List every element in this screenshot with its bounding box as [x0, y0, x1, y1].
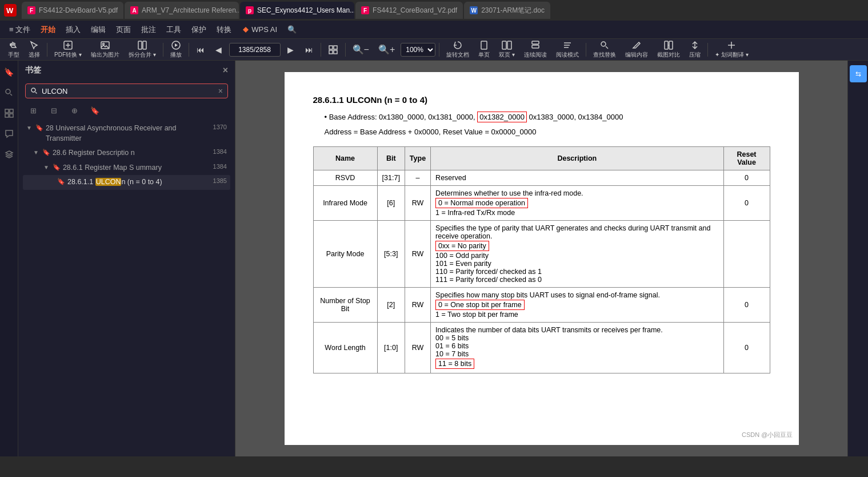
tree-item-1[interactable]: ▼ 🔖 28 Universal Asynchronous Receiver a… — [23, 121, 230, 146]
svg-rect-10 — [329, 50, 333, 54]
menu-file[interactable]: ≡ 文件 — [5, 23, 35, 36]
tree-label-3: 28.6.1 Register Map S ummary — [63, 163, 206, 173]
cell-type-2: RW — [405, 221, 430, 288]
divider1 — [47, 43, 47, 57]
menu-convert[interactable]: 转换 — [212, 23, 236, 36]
right-panel-btn[interactable]: ⇆ — [850, 65, 867, 82]
read-mode-btn[interactable]: 阅读模式 — [553, 39, 582, 60]
svg-rect-21 — [5, 109, 9, 113]
svg-text:W: W — [6, 6, 14, 15]
translate-btn[interactable]: ✦ 划词翻译 ▾ — [711, 39, 752, 60]
last-page-btn[interactable]: ⏭ — [301, 44, 317, 55]
tree-item-2[interactable]: ▼ 🔖 28.6 Register Descriptio n 1384 — [23, 146, 230, 161]
menu-page[interactable]: 页面 — [111, 23, 135, 36]
menu-search[interactable]: 🔍 — [283, 24, 301, 35]
zoom-out-btn[interactable]: 🔍− — [349, 43, 373, 56]
tree-page-3: 1384 — [209, 163, 227, 170]
tabs-container: FFS4412-DevBoard-V5.pdfAARM_V7_Architect… — [22, 2, 550, 19]
bookmark-list-btn[interactable]: 🔖 — [87, 104, 103, 117]
zoom-select[interactable]: 100% 75% 125% 150% — [401, 43, 435, 57]
menu-bar: ≡ 文件 开始 插入 编辑 页面 批注 工具 保护 转换 WPS AI 🔍 — [0, 21, 868, 39]
svg-rect-22 — [10, 109, 13, 113]
svg-rect-5 — [138, 41, 142, 49]
hand-tool-btn[interactable]: 手型 — [5, 39, 23, 60]
search-replace-btn[interactable]: 查找替换 — [590, 39, 619, 60]
bullet-base-address: • Base Address: 0x1380_0000, 0x1381_0000… — [325, 112, 770, 123]
table-row-3: Number of Stop Bit[2]RWSpecifies how man… — [313, 288, 770, 323]
section-title: 28.6.1.1 ULCONn (n = 0 to 4) — [313, 95, 770, 105]
menu-start[interactable]: 开始 — [36, 23, 60, 36]
output-img-btn[interactable]: 输出为图片 — [87, 39, 123, 60]
bookmark-add-btn[interactable]: ⊕ — [66, 104, 82, 117]
watermark: CSDN @小回豆豆 — [742, 431, 793, 439]
left-icon-layer[interactable] — [2, 148, 16, 161]
zoom-in-btn[interactable]: 🔍+ — [375, 43, 398, 56]
rotate-btn[interactable]: 旋转文档 — [443, 39, 473, 60]
double-page-btn[interactable]: 双页 ▾ — [495, 39, 518, 60]
tree-item-4[interactable]: 🔖 28.6.1.1 ULCONn (n = 0 to 4) 1385 — [23, 175, 230, 190]
tab-tab3[interactable]: pSEC_Exynos4412_Users Man...✕ — [240, 2, 354, 19]
menu-insert[interactable]: 插入 — [61, 23, 85, 36]
svg-point-17 — [601, 42, 606, 46]
menu-wps-ai[interactable]: WPS AI — [237, 24, 282, 35]
desc-line-3-1: 1 = Two stop bit per frame — [435, 311, 518, 319]
desc-line-4-2: 10 = 7 bits — [435, 350, 469, 358]
table-row-1: Infrared Mode[6]RWDetermines whether to … — [313, 186, 770, 221]
tab-tab1[interactable]: FFS4412-DevBoard-V5.pdf — [22, 2, 123, 19]
cell-name-3: Number of Stop Bit — [313, 288, 377, 323]
collapse-all-btn[interactable]: ⊟ — [46, 104, 62, 117]
single-page-btn[interactable]: 单页 — [475, 39, 493, 60]
tab-tab4[interactable]: FFS4412_CoreBoard_V2.pdf — [355, 2, 463, 19]
left-icon-comment[interactable] — [2, 127, 16, 141]
register-table: Name Bit Type Description Reset Value RS… — [313, 146, 770, 373]
menu-comment[interactable]: 批注 — [137, 23, 161, 36]
highlight-address: 0x1382_0000 — [477, 112, 527, 122]
tab-tab5[interactable]: W23071-ARM笔记.doc — [464, 2, 550, 19]
menu-tools[interactable]: 工具 — [162, 23, 186, 36]
screenshot-compare-btn[interactable]: 截图对比 — [654, 39, 683, 60]
cell-type-4: RW — [405, 323, 430, 373]
menu-protect[interactable]: 保护 — [187, 23, 211, 36]
cell-desc-2: Specifies the type of parity that UART g… — [431, 221, 723, 288]
compress-btn[interactable]: 压缩 — [686, 39, 704, 60]
next-page-btn[interactable]: ▶ — [283, 44, 299, 55]
tree-item-3[interactable]: ▼ 🔖 28.6.1 Register Map S ummary 1384 — [23, 161, 230, 176]
continuous-read-btn[interactable]: 连续阅读 — [521, 39, 550, 60]
desc-line-highlight-4-3: 11 = 8 bits — [435, 359, 474, 369]
left-icon-thumbnail[interactable] — [2, 106, 16, 120]
left-icon-search[interactable] — [2, 86, 16, 100]
tab-label: 23071-ARM笔记.doc — [481, 6, 545, 15]
split-merge-btn[interactable]: 拆分合并 ▾ — [125, 39, 159, 60]
svg-rect-14 — [507, 41, 511, 49]
svg-rect-19 — [669, 41, 673, 49]
select-tool-btn[interactable]: 选择 — [25, 39, 43, 60]
expand-all-btn[interactable]: ⊞ — [25, 104, 41, 117]
divider5 — [345, 43, 346, 57]
search-clear-btn[interactable]: × — [218, 86, 223, 96]
tab-icon: F — [27, 6, 35, 14]
thumbnails-btn[interactable] — [325, 43, 342, 56]
prev-page-btn[interactable]: ◀ — [211, 44, 227, 55]
left-icon-bookmark[interactable]: 🔖 — [2, 65, 16, 79]
cell-desc-1: Determines whether to use the infra-red … — [431, 186, 723, 221]
tab-tab2[interactable]: AARM_V7_Architecture Referen... — [125, 2, 239, 19]
sidebar-close-btn[interactable]: × — [223, 65, 228, 75]
menu-edit[interactable]: 编辑 — [86, 23, 110, 36]
wps-logo: W — [2, 2, 18, 18]
desc-text: Determines whether to use the infra-red … — [435, 189, 583, 197]
pdf-convert-btn[interactable]: PDF转换 ▾ — [51, 39, 85, 60]
cell-reset-3: 0 — [723, 288, 770, 323]
edit-content-btn[interactable]: 编辑内容 — [622, 39, 651, 60]
content-area[interactable]: 28.6.1.1 ULCONn (n = 0 to 4) • Base Addr… — [235, 61, 847, 456]
search-box: × — [25, 84, 228, 98]
search-input[interactable] — [42, 87, 215, 96]
play-btn[interactable]: 播放 — [167, 39, 185, 60]
divider4 — [321, 43, 321, 57]
table-row-0: RSVD[31:7]–Reserved0 — [313, 170, 770, 186]
col-name: Name — [313, 147, 377, 170]
first-page-btn[interactable]: ⏮ — [193, 44, 209, 55]
svg-point-20 — [6, 89, 10, 94]
page-input[interactable] — [229, 43, 281, 57]
desc-line-4-0: 00 = 5 bits — [435, 334, 469, 342]
tree-page-2: 1384 — [209, 148, 227, 155]
